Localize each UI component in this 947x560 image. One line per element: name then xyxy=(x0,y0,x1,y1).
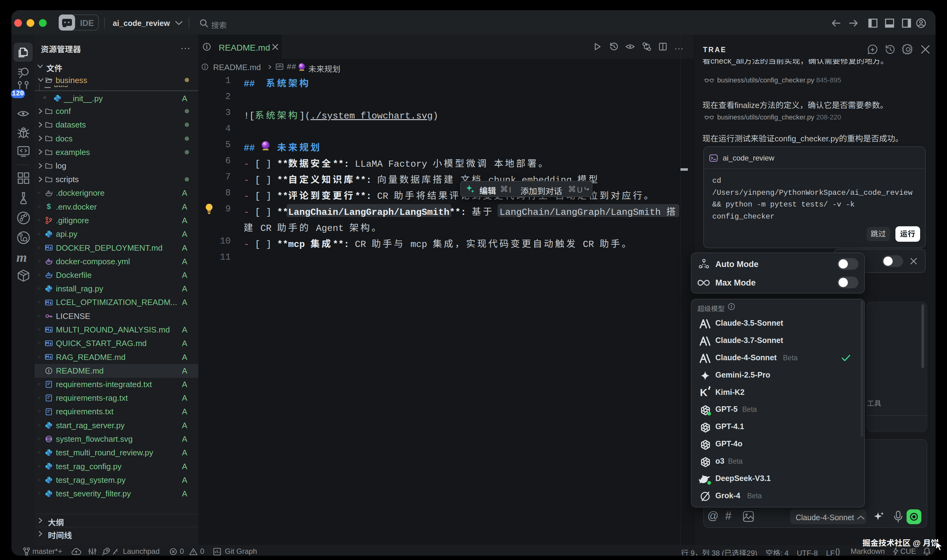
svg-text:$: $ xyxy=(47,202,51,211)
